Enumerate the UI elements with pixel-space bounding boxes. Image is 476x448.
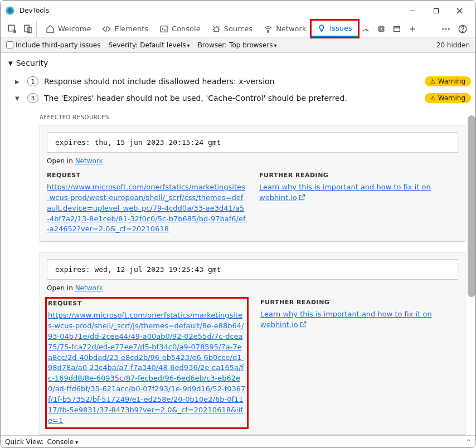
tab-performance[interactable] — [358, 21, 373, 37]
svg-rect-14 — [380, 28, 382, 30]
browser-dropdown[interactable]: Top browsers — [229, 41, 276, 49]
request-label: REQUEST — [48, 300, 246, 307]
maximize-button[interactable] — [424, 2, 448, 19]
issues-content: ▼ Security ▶ 1 Response should not inclu… — [1, 53, 475, 435]
issue-title: Response should not include disallowed h… — [44, 77, 419, 86]
tab-memory[interactable] — [373, 21, 389, 37]
svg-rect-13 — [379, 27, 383, 31]
minimize-button[interactable] — [401, 2, 424, 19]
app-icon — [392, 25, 401, 33]
svg-point-19 — [442, 28, 444, 30]
category-label: Security — [16, 59, 48, 67]
issue-row[interactable]: ▼ 3 The 'Expires' header should not be u… — [1, 90, 475, 106]
svg-rect-9 — [161, 26, 167, 32]
severity-dropdown[interactable]: Default levels — [140, 41, 190, 49]
resource-block: expires: wed, 12 jul 2023 19:25:43 gmt O… — [40, 252, 465, 434]
tab-add[interactable] — [405, 21, 420, 37]
quick-view-bar: Quick View: Console ⌃ — [1, 435, 475, 447]
device-toggle-icon[interactable] — [23, 24, 33, 34]
tab-label: Network — [276, 25, 306, 33]
tab-console[interactable]: Console — [154, 21, 206, 37]
hidden-count: 20 hidden — [436, 41, 470, 49]
tab-bar: Welcome Elements Console Sources Network… — [1, 21, 475, 37]
tab-label: Issues — [329, 24, 352, 32]
third-party-checkbox-input[interactable] — [6, 41, 13, 48]
tab-label: Console — [172, 25, 201, 33]
inspect-icon[interactable] — [7, 24, 17, 34]
request-url-link[interactable]: https://www.microsoft.com/onerfstatics/m… — [48, 311, 245, 424]
window-titlebar: DevTools — [1, 1, 475, 21]
open-in-network: Open in Network — [47, 157, 458, 165]
open-in-network-link[interactable]: Network — [75, 284, 103, 292]
open-in-network-link[interactable]: Network — [75, 157, 103, 165]
issue-count-badge: 3 — [27, 93, 38, 103]
svg-point-20 — [445, 28, 447, 30]
svg-point-21 — [448, 28, 450, 30]
tab-sources[interactable]: Sources — [206, 21, 258, 37]
tab-label: Elements — [114, 25, 148, 33]
category-security[interactable]: ▼ Security — [1, 53, 475, 73]
warning-badge: Warning — [425, 76, 471, 86]
performance-icon — [361, 25, 370, 33]
tab-network[interactable]: Network — [258, 21, 312, 37]
wifi-icon — [264, 25, 273, 33]
resource-block: expires: thu, 15 jun 2023 20:15:24 gmt O… — [40, 125, 465, 242]
tab-elements[interactable]: Elements — [96, 21, 154, 37]
issue-details: AFFECTED RESOURCES expires: thu, 15 jun … — [1, 106, 475, 435]
code-icon — [102, 25, 111, 33]
caret-down-icon: ▼ — [15, 95, 22, 101]
further-reading-label: FURTHER READING — [260, 299, 458, 306]
browser-label: Browser: — [198, 41, 227, 49]
chip-icon — [377, 25, 386, 33]
tab-welcome[interactable]: Welcome — [40, 21, 96, 37]
scrollbar-thumb[interactable] — [468, 115, 475, 297]
svg-point-1 — [8, 8, 13, 13]
svg-point-10 — [214, 27, 218, 31]
tab-label: Sources — [224, 25, 252, 33]
issue-row[interactable]: ▶ 1 Response should not include disallow… — [1, 73, 475, 90]
severity-label: Severity: — [108, 41, 138, 49]
plus-icon — [408, 25, 417, 33]
issue-count-badge: 1 — [27, 76, 38, 86]
external-link-icon — [298, 193, 306, 201]
further-reading-link[interactable]: Learn why this is important and how to f… — [260, 310, 432, 329]
filter-bar: Include third-party issues Severity: Def… — [1, 37, 475, 53]
console-icon — [159, 25, 168, 33]
expires-header: expires: thu, 15 jun 2023 20:15:24 gmt — [47, 132, 458, 153]
external-link-icon — [299, 320, 307, 328]
request-label: REQUEST — [47, 172, 246, 179]
checkbox-label: Include third-party issues — [16, 41, 100, 49]
affected-resources-label: AFFECTED RESOURCES — [40, 114, 465, 120]
expires-header: expires: wed, 12 jul 2023 19:25:43 gmt — [47, 259, 458, 280]
further-reading-link[interactable]: Learn why this is important and how to f… — [259, 183, 431, 202]
quick-view-label: Quick View: — [5, 438, 44, 446]
caret-right-icon: ▶ — [15, 79, 22, 85]
lightbulb-icon — [317, 24, 326, 33]
edge-icon — [5, 6, 15, 16]
further-reading-label: FURTHER READING — [259, 172, 458, 179]
svg-rect-7 — [25, 25, 29, 32]
help-icon[interactable] — [458, 24, 468, 34]
svg-point-23 — [462, 31, 463, 32]
window-title: DevTools — [20, 7, 401, 14]
expand-drawer-icon[interactable]: ⌃ — [467, 439, 471, 445]
more-icon[interactable] — [441, 24, 451, 34]
warning-badge: Warning — [425, 93, 471, 103]
third-party-checkbox[interactable]: Include third-party issues — [6, 41, 100, 49]
svg-rect-3 — [434, 8, 438, 13]
close-button[interactable] — [448, 2, 471, 19]
tab-label: Welcome — [58, 25, 91, 33]
tab-application[interactable] — [389, 21, 405, 37]
caret-down-icon: ▼ — [8, 60, 13, 66]
request-url-link[interactable]: https://www.microsoft.com/onerfstatics/m… — [47, 183, 245, 233]
issue-title: The 'Expires' header should not be used,… — [44, 94, 419, 103]
svg-point-11 — [268, 31, 269, 32]
tab-issues[interactable]: Issues — [312, 21, 357, 37]
bug-icon — [212, 25, 221, 33]
quick-view-dropdown[interactable]: Console — [47, 438, 79, 446]
open-in-network: Open in Network — [47, 284, 458, 292]
home-icon — [46, 25, 55, 33]
svg-rect-15 — [394, 26, 400, 31]
